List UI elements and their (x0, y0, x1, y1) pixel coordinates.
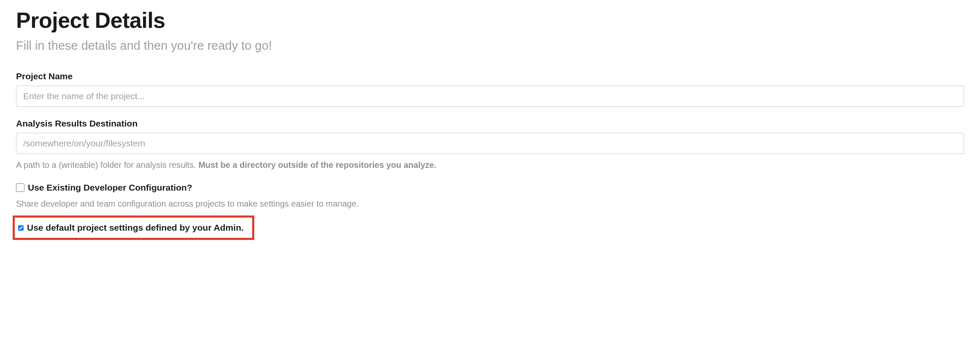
use-existing-section: Use Existing Developer Configuration? Sh… (16, 183, 964, 210)
analysis-dest-label: Analysis Results Destination (16, 118, 964, 129)
page-subtitle: Fill in these details and then you're re… (16, 39, 964, 53)
use-existing-label[interactable]: Use Existing Developer Configuration? (28, 183, 192, 193)
use-default-label[interactable]: Use default project settings defined by … (27, 223, 244, 233)
use-existing-row: Use Existing Developer Configuration? (16, 183, 964, 193)
analysis-dest-help-prefix: A path to a (writeable) folder for analy… (16, 160, 198, 170)
project-name-group: Project Name (16, 71, 964, 107)
use-default-highlight: Use default project settings defined by … (13, 215, 254, 240)
project-name-input[interactable] (16, 86, 964, 107)
analysis-dest-group: Analysis Results Destination A path to a… (16, 118, 964, 171)
use-default-checkbox[interactable] (18, 225, 24, 231)
page-title: Project Details (16, 8, 964, 33)
analysis-dest-help: A path to a (writeable) folder for analy… (16, 159, 964, 171)
analysis-dest-input[interactable] (16, 133, 964, 154)
use-existing-help: Share developer and team configuration a… (16, 198, 964, 210)
use-existing-checkbox[interactable] (16, 183, 24, 192)
project-name-label: Project Name (16, 71, 964, 81)
analysis-dest-help-bold: Must be a directory outside of the repos… (198, 160, 436, 170)
